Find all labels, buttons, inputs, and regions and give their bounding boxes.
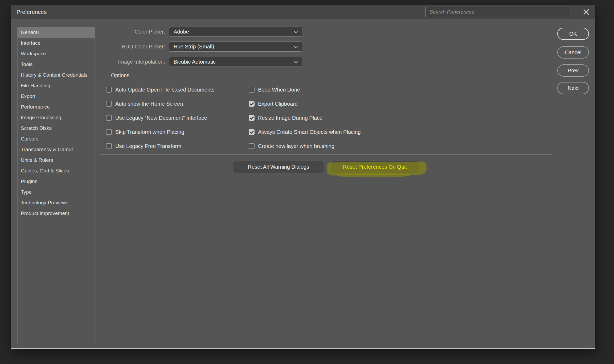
close-button[interactable] [579, 6, 593, 18]
chevron-down-icon [294, 30, 298, 33]
checkbox-skip-transform-when-placing[interactable]: Skip Transform when Placing [106, 127, 184, 137]
sidebar-item-type[interactable]: Type [18, 187, 95, 197]
checkbox-label: Use Legacy “New Document” Interface [115, 115, 207, 121]
sidebar-item-transparency-gamut[interactable]: Transparency & Gamut [18, 144, 95, 155]
checkbox-create-new-layer-when-brushing[interactable]: Create new layer when brushing [249, 141, 334, 151]
sidebar-item-history-content-credentials[interactable]: History & Content Credentials [18, 70, 95, 80]
checkbox-label: Beep When Done [258, 87, 300, 93]
sidebar-item-general[interactable]: General [18, 27, 95, 38]
checkbox-label: Auto show the Home Screen [115, 101, 183, 107]
sidebar-item-plugins[interactable]: Plugins [18, 176, 95, 187]
chevron-down-icon [294, 44, 298, 48]
close-icon [583, 9, 590, 15]
checkbox-beep-when-done[interactable]: Beep When Done [249, 84, 300, 95]
ok-button[interactable]: OK [557, 28, 589, 40]
hud-color-picker-label: HUD Color Picker: [88, 42, 165, 52]
checkbox-export-clipboard[interactable]: Export Clipboard [249, 98, 298, 109]
checkbox-box[interactable] [106, 115, 112, 121]
checkbox-label: Export Clipboard [258, 101, 298, 107]
reset-preferences-on-quit-button[interactable]: Reset Preferences On Quit [331, 161, 419, 173]
checkbox-box[interactable] [249, 101, 255, 107]
options-group-legend: Options [108, 72, 133, 78]
preferences-nav: General Interface Workspace Tools Histor… [17, 27, 95, 344]
cancel-button[interactable]: Cancel [557, 46, 589, 59]
color-picker-select[interactable]: Adobe [169, 27, 302, 37]
hud-color-picker-select[interactable]: Hue Strip (Small) [169, 42, 302, 52]
checkbox-always-create-smart-objects-when-placing[interactable]: Always Create Smart Objects when Placing [249, 127, 361, 137]
sidebar-item-scratch-disks[interactable]: Scratch Disks [18, 123, 95, 134]
chevron-down-icon [294, 60, 298, 63]
reset-all-warning-dialogs-button[interactable]: Reset All Warning Dialogs [233, 161, 324, 173]
sidebar-item-cursors[interactable]: Cursors [18, 134, 95, 144]
checkbox-label: Skip Transform when Placing [115, 129, 184, 135]
checkbox-auto-show-home-screen[interactable]: Auto show the Home Screen [106, 98, 183, 109]
sidebar-item-interface[interactable]: Interface [18, 38, 95, 48]
sidebar-item-file-handling[interactable]: File Handling [18, 80, 95, 91]
cancel-label: Cancel [565, 49, 581, 56]
checkbox-box[interactable] [106, 143, 112, 149]
sidebar-item-units-rulers[interactable]: Units & Rulers [18, 155, 95, 166]
checkbox-label: Auto-Update Open File-based Documents [115, 87, 214, 93]
title-bar: Preferences [11, 5, 595, 19]
color-picker-value: Adobe [174, 27, 189, 36]
checkbox-box[interactable] [249, 87, 255, 93]
dialog-title: Preferences [17, 5, 47, 19]
checkbox-box[interactable] [106, 101, 112, 107]
sidebar-item-export[interactable]: Export [18, 91, 95, 102]
sidebar-item-image-processing[interactable]: Image Processing [18, 112, 95, 123]
sidebar-item-performance[interactable]: Performance [18, 102, 95, 112]
checkbox-use-legacy-new-document-interface[interactable]: Use Legacy “New Document” Interface [106, 113, 207, 123]
prev-label: Prev [568, 68, 579, 74]
checkbox-box[interactable] [106, 87, 112, 93]
preferences-dialog: Preferences General Interface Workspace … [11, 5, 595, 349]
next-label: Next [568, 85, 579, 91]
checkbox-use-legacy-free-transform[interactable]: Use Legacy Free Transform [106, 141, 181, 151]
sidebar-item-product-improvement[interactable]: Product Improvement [18, 208, 95, 219]
checkbox-box[interactable] [249, 143, 255, 149]
image-interpolation-select[interactable]: Bicubic Automatic [169, 57, 302, 67]
sidebar-item-technology-previews[interactable]: Technology Previews [18, 197, 95, 208]
checkbox-resize-image-during-place[interactable]: Resize Image During Place [249, 113, 322, 123]
prev-button[interactable]: Prev [557, 64, 589, 77]
options-group: Options Auto-Update Open File-based Docu… [100, 76, 552, 155]
hud-color-picker-value: Hue Strip (Small) [174, 42, 214, 51]
checkbox-label: Always Create Smart Objects when Placing [258, 129, 361, 135]
image-interpolation-label: Image Interpolation: [88, 57, 165, 67]
color-picker-label: Color Picker: [88, 27, 165, 37]
reset-all-warning-dialogs-label: Reset All Warning Dialogs [248, 164, 309, 170]
next-button[interactable]: Next [557, 82, 589, 94]
search-input[interactable] [425, 7, 571, 17]
checkbox-box[interactable] [249, 129, 255, 135]
ok-label: OK [569, 31, 577, 37]
sidebar-item-tools[interactable]: Tools [18, 59, 95, 70]
checkbox-box[interactable] [106, 129, 112, 135]
checkbox-label: Use Legacy Free Transform [115, 143, 181, 149]
checkbox-label: Create new layer when brushing [258, 143, 334, 149]
checkbox-label: Resize Image During Place [258, 115, 322, 121]
sidebar-item-workspace[interactable]: Workspace [18, 48, 95, 59]
reset-preferences-on-quit-label: Reset Preferences On Quit [343, 164, 407, 170]
checkbox-auto-update-open-file-based-documents[interactable]: Auto-Update Open File-based Documents [106, 84, 214, 95]
checkbox-box[interactable] [249, 115, 255, 121]
sidebar-item-guides-grid-slices[interactable]: Guides, Grid & Slices [18, 166, 95, 176]
image-interpolation-value: Bicubic Automatic [174, 57, 216, 67]
